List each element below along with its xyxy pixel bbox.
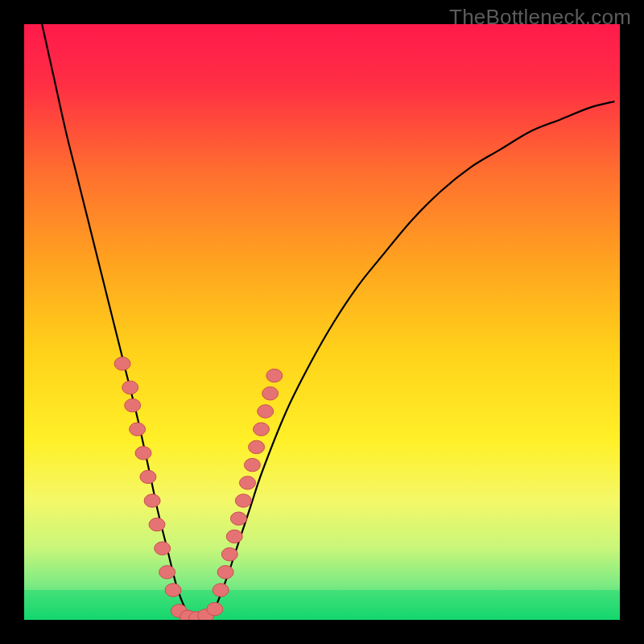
- data-marker: [240, 477, 256, 489]
- data-marker: [235, 494, 251, 507]
- svg-rect-0: [24, 590, 620, 620]
- data-marker: [226, 530, 242, 543]
- data-marker: [155, 542, 171, 555]
- data-marker: [149, 518, 165, 530]
- data-marker: [165, 584, 181, 597]
- bottleneck-chart: [24, 24, 620, 620]
- data-marker: [144, 494, 160, 507]
- data-marker: [217, 566, 233, 579]
- data-marker: [130, 423, 146, 436]
- green-band: [24, 590, 620, 620]
- data-marker: [221, 547, 237, 560]
- data-marker: [262, 387, 279, 400]
- data-marker: [114, 357, 130, 370]
- data-marker: [159, 566, 175, 579]
- data-marker: [125, 398, 141, 411]
- data-marker: [213, 584, 229, 597]
- data-marker: [207, 602, 223, 615]
- data-marker: [122, 381, 138, 394]
- data-marker: [258, 405, 274, 418]
- data-marker: [230, 512, 246, 525]
- plot-area: [24, 24, 620, 620]
- data-marker: [254, 423, 270, 436]
- data-marker: [244, 458, 260, 471]
- data-marker: [249, 440, 265, 453]
- data-marker: [266, 369, 283, 382]
- data-marker: [135, 447, 151, 460]
- watermark-label: TheBottleneck.com: [449, 5, 631, 30]
- data-marker: [140, 470, 156, 483]
- chart-frame: TheBottleneck.com: [0, 0, 644, 644]
